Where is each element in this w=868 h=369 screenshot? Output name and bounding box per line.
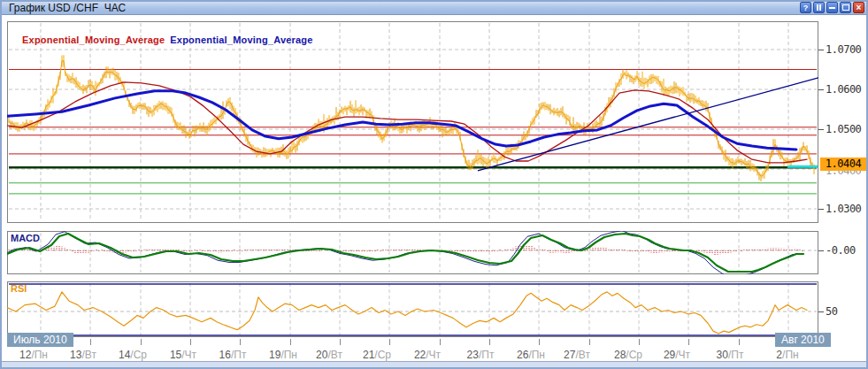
time-axis-label: 13/Вт — [70, 349, 96, 361]
macd-panel-canvas[interactable] — [7, 231, 818, 274]
price-axis-tick — [818, 89, 824, 90]
legend-ema-blue: Exponential_Moving_Average — [170, 35, 312, 45]
pause-button[interactable] — [813, 2, 825, 13]
month-badge-august: Авг 2010 — [775, 333, 831, 347]
maximize-icon — [842, 4, 849, 11]
price-axis-tick — [818, 209, 824, 210]
time-axis-label: 16/Пт — [219, 349, 247, 361]
macd-zero-tick — [818, 250, 824, 251]
price-axis-label: 1.0600 — [826, 83, 866, 96]
rsi-50-tick — [818, 311, 824, 312]
time-axis-label: 30/Пт — [717, 349, 744, 361]
time-axis-label: 27/Вт — [564, 349, 590, 361]
time-axis-label: 19/Пн — [269, 349, 297, 361]
window-buttons: ? × — [800, 2, 864, 13]
time-axis-label: 12/Пн — [19, 349, 48, 361]
time-axis-label: 14/Ср — [119, 349, 147, 361]
rsi-panel-canvas[interactable] — [7, 281, 818, 337]
macd-label: MACD — [11, 233, 40, 243]
macd-zero-label: -0.00 — [826, 244, 866, 257]
rsi-label: RSI — [11, 283, 27, 294]
time-axis-tick — [190, 339, 191, 345]
time-axis-tick — [489, 339, 490, 345]
time-axis-tick — [290, 339, 291, 345]
time-axis-label: 28/Ср — [614, 349, 642, 361]
time-axis-tick — [389, 339, 390, 345]
time-axis-label: 22/Чт — [414, 349, 441, 361]
time-axis-tick — [240, 339, 241, 345]
minimize-icon — [829, 7, 835, 9]
time-axis-tick — [90, 339, 91, 345]
price-axis-label: 1.0500 — [826, 123, 866, 135]
time-axis-label: 2/Пн — [776, 349, 798, 361]
current-price-badge: 1.0404 — [820, 158, 866, 171]
time-axis-label: 21/Ср — [363, 349, 391, 361]
time-axis-tick — [340, 339, 341, 345]
close-button[interactable]: × — [853, 2, 864, 13]
legend-ema-red: Exponential_Moving_Average — [22, 35, 165, 45]
window-title: График USD /CHF ЧАС — [9, 2, 126, 14]
help-button[interactable]: ? — [800, 2, 811, 13]
time-axis-label: 15/Чт — [170, 349, 196, 361]
month-badge-july: Июль 2010 — [7, 333, 73, 347]
price-axis-label: 1.0700 — [826, 43, 866, 56]
price-axis-tick — [818, 129, 824, 130]
time-axis-tick — [141, 339, 142, 345]
time-axis-tick — [739, 339, 740, 345]
rsi-50-label: 50 — [826, 305, 866, 318]
indicator-legend: Exponential_Moving_AverageExponential_Mo… — [11, 24, 313, 56]
pause-icon — [817, 4, 821, 11]
time-axis-label: 29/Чт — [664, 349, 690, 361]
time-axis-tick — [639, 339, 640, 345]
time-axis-tick — [589, 339, 590, 345]
window-bottom-edge — [0, 361, 868, 369]
price-axis-tick — [818, 50, 824, 50]
chart-window: График USD /CHF ЧАС ? × Exponential_Movi… — [0, 0, 868, 369]
time-axis-tick — [539, 339, 540, 345]
price-axis-label: 1.0300 — [826, 203, 866, 215]
time-axis-label: 26/Пн — [517, 349, 545, 361]
time-axis-label: 23/Пт — [467, 349, 495, 361]
maximize-button[interactable] — [840, 2, 851, 13]
time-axis-label: 20/Вт — [316, 349, 342, 361]
titlebar[interactable]: График USD /CHF ЧАС — [0, 0, 868, 15]
time-axis-tick — [688, 339, 689, 345]
time-axis-tick — [440, 339, 441, 345]
minimize-button[interactable] — [826, 2, 838, 13]
